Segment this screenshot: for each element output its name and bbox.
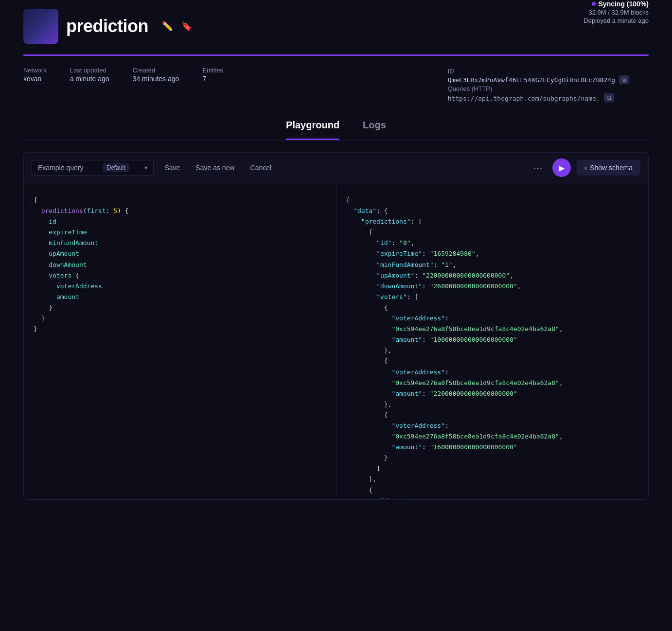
metadata-row: Network kovan Last updated a minute ago … xyxy=(23,61,649,108)
play-icon: ▶ xyxy=(559,163,565,173)
header: prediction ✏️ 🔖 Syncing (100%) 32.9M / 3… xyxy=(0,0,672,140)
query-selector[interactable]: Example query Default ▾ xyxy=(32,160,154,175)
meta-entities: Entities 7 xyxy=(202,67,223,83)
edit-button[interactable]: ✏️ xyxy=(160,19,175,34)
chevron-left-icon: ‹ xyxy=(584,164,587,172)
progress-bar xyxy=(23,54,649,56)
chevron-down-icon: ▾ xyxy=(144,164,147,171)
meta-network: Network kovan xyxy=(23,67,47,83)
copy-id-button[interactable]: ⧉ xyxy=(619,75,629,84)
tab-playground[interactable]: Playground xyxy=(286,120,339,140)
copy-query-button[interactable]: ⧉ xyxy=(604,93,614,102)
tab-logs[interactable]: Logs xyxy=(363,120,386,140)
run-button[interactable]: ▶ xyxy=(552,158,571,177)
query-editor[interactable]: { predictions(first: 5) { id expireTime … xyxy=(24,183,336,499)
meta-id-section: ID QmeE3ERx2mPnAVwf46EF54XG2ECyCgHiRnLBE… xyxy=(448,67,629,102)
meta-created: Created 34 minutes ago xyxy=(133,67,179,83)
bookmark-button[interactable]: 🔖 xyxy=(179,19,194,34)
meta-last-updated: Last updated a minute ago xyxy=(70,67,109,83)
header-actions: ✏️ 🔖 xyxy=(160,19,194,34)
show-schema-button[interactable]: ‹ Show schema xyxy=(577,160,640,175)
avatar xyxy=(23,9,58,44)
page-title: prediction xyxy=(66,16,148,36)
header-top: prediction ✏️ 🔖 Syncing (100%) 32.9M / 3… xyxy=(23,9,649,44)
sync-status: Syncing (100%) xyxy=(592,0,649,8)
queries-row: https://api.thegraph.com/subgraphs/name.… xyxy=(448,93,629,102)
progress-bar-container xyxy=(23,54,649,56)
sync-deployed: Deployed a minute ago xyxy=(584,17,649,24)
sync-blocks: 32.9M / 32.9M blocks xyxy=(588,9,649,16)
more-options-button[interactable]: ⋯ xyxy=(529,160,547,175)
code-panels: { predictions(first: 5) { id expireTime … xyxy=(24,183,648,499)
toolbar: Example query Default ▾ Save Save as new… xyxy=(24,153,648,183)
playground-container: Example query Default ▾ Save Save as new… xyxy=(0,140,672,511)
save-as-new-button[interactable]: Save as new xyxy=(191,161,239,175)
sync-dot xyxy=(592,2,596,6)
tabs: Playground Logs xyxy=(23,108,649,140)
playground-inner: Example query Default ▾ Save Save as new… xyxy=(23,152,649,500)
cancel-button[interactable]: Cancel xyxy=(246,161,277,175)
meta-queries-section: Queries (HTTP) https://api.thegraph.com/… xyxy=(448,84,629,102)
save-button[interactable]: Save xyxy=(159,161,185,175)
result-panel: { "data": { "predictions": [ { "id": "0"… xyxy=(336,183,649,499)
sync-area: Syncing (100%) 32.9M / 32.9M blocks Depl… xyxy=(584,0,649,28)
meta-id-row: QmeE3ERx2mPnAVwf46EF54XG2ECyCgHiRnLBEcZB… xyxy=(448,75,629,84)
